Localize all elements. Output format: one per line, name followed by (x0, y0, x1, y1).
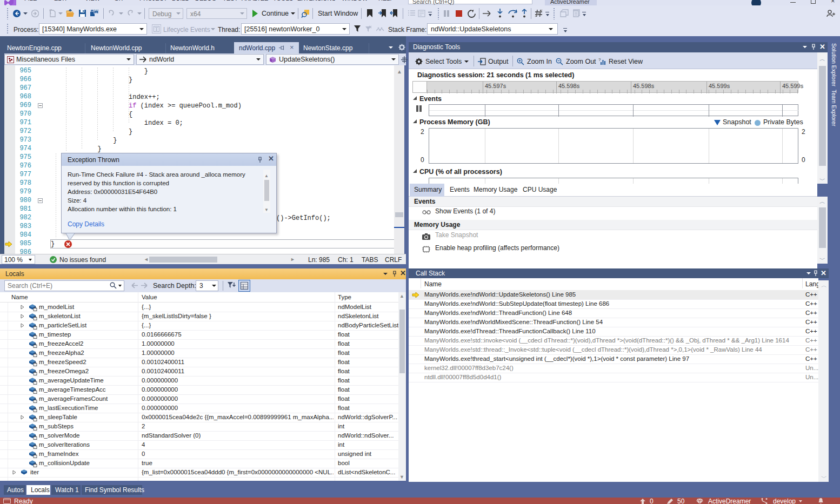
svg-text:?: ? (598, 57, 601, 62)
